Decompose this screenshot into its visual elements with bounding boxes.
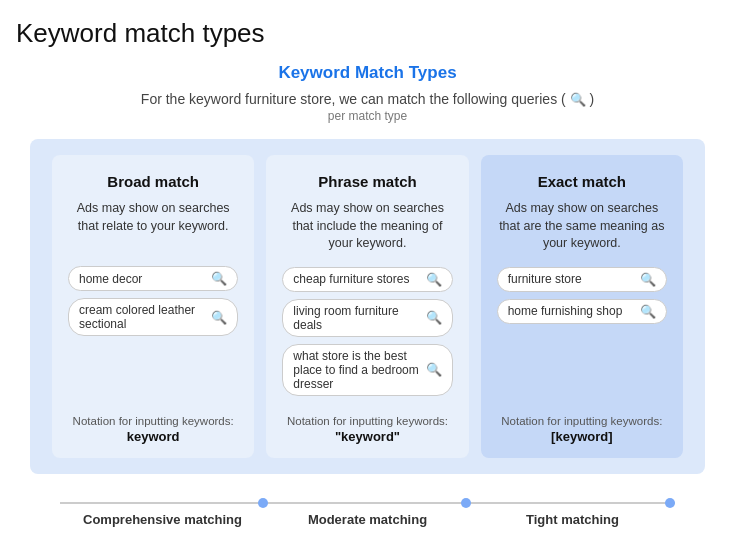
- exact-search-1: furniture store 🔍: [497, 267, 667, 292]
- broad-match-title: Broad match: [68, 173, 238, 190]
- broad-search-1: home decor 🔍: [68, 266, 238, 291]
- exact-match-title: Exact match: [497, 173, 667, 190]
- broad-search-2: cream colored leather sectional 🔍: [68, 298, 238, 336]
- bottom-bar-wrapper: [30, 498, 705, 504]
- phrase-match-desc: Ads may show on searches that include th…: [282, 200, 452, 253]
- exact-search-2: home furnishing shop 🔍: [497, 299, 667, 324]
- dot-tight: [665, 498, 675, 508]
- exact-match-card: Exact match Ads may show on searches tha…: [481, 155, 683, 458]
- dot-moderate: [461, 498, 471, 508]
- phrase-search-2-text: living room furniture deals: [293, 304, 421, 332]
- subtitle: For the keyword furniture store, we can …: [30, 91, 705, 107]
- bottom-labels: Comprehensive matching Moderate matching…: [30, 504, 705, 527]
- phrase-search-3-icon: 🔍: [426, 362, 442, 377]
- broad-search-1-icon: 🔍: [211, 271, 227, 286]
- phrase-search-1-icon: 🔍: [426, 272, 442, 287]
- phrase-search-3: what store is the best place to find a b…: [282, 344, 452, 396]
- phrase-match-title: Phrase match: [282, 173, 452, 190]
- broad-search-1-text: home decor: [79, 272, 207, 286]
- phrase-notation-value: "keyword": [282, 429, 452, 444]
- broad-search-2-text: cream colored leather sectional: [79, 303, 207, 331]
- search-icon-inline: 🔍: [570, 92, 586, 107]
- cards-container: Broad match Ads may show on searches tha…: [30, 139, 705, 474]
- dot-comprehensive: [258, 498, 268, 508]
- broad-match-card: Broad match Ads may show on searches tha…: [52, 155, 254, 458]
- broad-notation: Notation for inputting keywords: keyword: [68, 403, 238, 444]
- section-title: Keyword Match Types: [30, 63, 705, 83]
- label-tight: Tight matching: [470, 512, 675, 527]
- phrase-search-2-icon: 🔍: [426, 310, 442, 325]
- exact-match-desc: Ads may show on searches that are the sa…: [497, 200, 667, 253]
- exact-search-1-text: furniture store: [508, 272, 636, 286]
- exact-notation-value: [keyword]: [497, 429, 667, 444]
- broad-notation-value: keyword: [68, 429, 238, 444]
- label-moderate: Moderate matching: [265, 512, 470, 527]
- label-comprehensive: Comprehensive matching: [60, 512, 265, 527]
- bottom-line: [60, 502, 675, 504]
- broad-match-desc: Ads may show on searches that relate to …: [68, 200, 238, 252]
- exact-search-2-text: home furnishing shop: [508, 304, 636, 318]
- phrase-search-2: living room furniture deals 🔍: [282, 299, 452, 337]
- phrase-notation: Notation for inputting keywords: "keywor…: [282, 403, 452, 444]
- phrase-match-card: Phrase match Ads may show on searches th…: [266, 155, 468, 458]
- phrase-search-1: cheap furniture stores 🔍: [282, 267, 452, 292]
- page-title: Keyword match types: [0, 0, 735, 63]
- phrase-search-3-text: what store is the best place to find a b…: [293, 349, 421, 391]
- phrase-search-1-text: cheap furniture stores: [293, 272, 421, 286]
- broad-search-2-icon: 🔍: [211, 310, 227, 325]
- per-match-label: per match type: [30, 109, 705, 123]
- exact-notation: Notation for inputting keywords: [keywor…: [497, 403, 667, 444]
- exact-search-1-icon: 🔍: [640, 272, 656, 287]
- exact-search-2-icon: 🔍: [640, 304, 656, 319]
